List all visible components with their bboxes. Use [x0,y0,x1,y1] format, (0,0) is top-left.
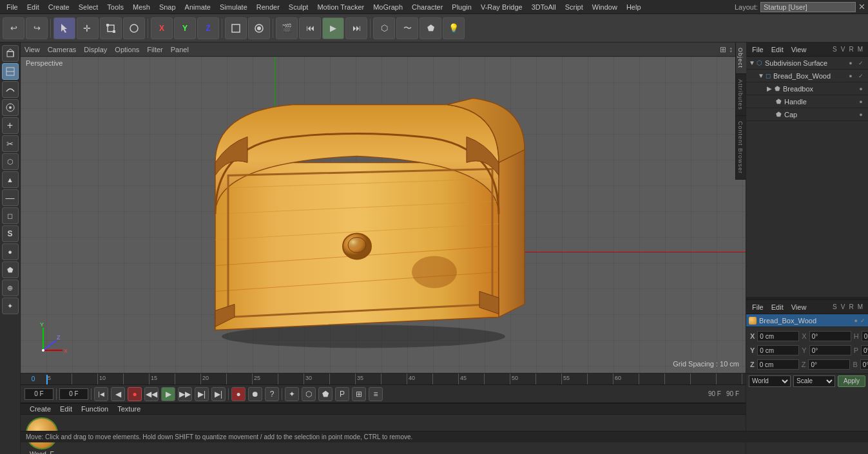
tool-s-button[interactable]: S [2,225,19,242]
rotate-tool-button[interactable] [123,17,145,39]
menu-tools[interactable]: Tools [103,2,128,12]
vp-menu-filter[interactable]: Filter [147,46,162,53]
h-input[interactable] [862,331,868,341]
menu-mograph[interactable]: MoGraph [369,2,407,12]
tool-model-button[interactable] [2,63,19,80]
viewport-canvas[interactable]: Perspective [21,57,746,373]
record-mode-button[interactable]: ● [231,387,246,401]
layout-close-icon[interactable]: ✕ [858,2,865,12]
redo-button[interactable]: ↪ [26,17,48,39]
play-forward-button[interactable]: ▶ [322,17,344,39]
play-play-button[interactable]: ▶ [161,387,175,401]
vp-menu-panel[interactable]: Panel [171,46,189,53]
vp-maximize-icon[interactable]: ⊞ [720,45,726,54]
menu-simulate[interactable]: Simulate [216,2,251,12]
menu-file[interactable]: File [3,2,22,12]
y-pos-input[interactable] [757,345,799,355]
dope-button[interactable]: ⊞ [352,387,366,401]
tool-smooth-button[interactable] [2,81,19,98]
undo-button[interactable]: ↩ [3,17,24,39]
tool-spline-button[interactable]: ◻ [2,207,19,224]
tree-check-breadbox[interactable]: ✓ [856,71,865,80]
tool-extrude-button[interactable]: ▲ [2,171,19,188]
menu-help[interactable]: Help [622,2,645,12]
tool-paint-button[interactable] [2,99,19,116]
deformer-button[interactable]: ⬟ [420,17,441,39]
obj-menu-view[interactable]: View [788,44,810,55]
x-axis-button[interactable]: X [151,17,173,39]
play-start-button[interactable]: |◀ [94,387,108,401]
layout-dropdown[interactable] [760,2,856,12]
mat-menu-texture[interactable]: Texture [113,404,144,414]
select-tool-button[interactable] [53,17,75,39]
tool-line-button[interactable]: — [2,189,19,206]
material-row-wood[interactable]: Bread_Box_Wood ● ✓ [746,314,868,327]
tool-sphere-button[interactable]: ● [2,243,19,260]
menu-mesh[interactable]: Mesh [129,2,154,12]
vp-menu-view[interactable]: View [24,46,40,53]
tree-vis-subdivision[interactable]: ● [846,59,855,68]
tree-vis-cap[interactable]: ● [856,110,865,119]
menu-window[interactable]: Window [588,2,621,12]
light-button[interactable]: 💡 [443,17,465,39]
menu-select[interactable]: Select [75,2,102,12]
menu-motion-tracker[interactable]: Motion Tracker [313,2,368,12]
menu-animate[interactable]: Animate [181,2,215,12]
menu-character[interactable]: Character [408,2,447,12]
playback-button[interactable]: 🎬 [276,17,298,39]
attr-menu-view[interactable]: View [788,302,810,312]
tree-row-cap[interactable]: ⬟ Cap ● [746,108,868,121]
timeline-ruler[interactable]: 0 5 10 15 20 25 30 35 40 45 50 [21,373,746,384]
tool-display-button[interactable] [2,45,19,62]
z-pos-input[interactable] [757,359,799,370]
mat-menu-edit[interactable]: Edit [56,404,76,414]
vp-camera-icon[interactable]: ↕ [729,45,733,54]
play-next-button[interactable]: ▶| [195,387,209,401]
y-axis-button[interactable]: Y [174,17,196,39]
spline-button[interactable]: 〜 [396,17,418,39]
tree-vis-handle[interactable]: ● [856,97,865,106]
vp-menu-options[interactable]: Options [115,46,139,53]
timeline-view-button[interactable]: P [335,387,349,401]
play-end-button[interactable]: ▶| [211,387,226,401]
attr-menu-file[interactable]: File [749,302,767,312]
tool-add-button[interactable]: + [2,117,19,134]
motion-button[interactable]: ? [265,387,279,401]
menu-vray-bridge[interactable]: V-Ray Bridge [477,2,526,12]
x-rot-input[interactable] [809,331,851,341]
play-backward-button[interactable]: ◀◀ [144,387,159,401]
keyframe-add-button[interactable]: ✦ [285,387,299,401]
vp-menu-display[interactable]: Display [84,46,107,53]
obj-menu-edit[interactable]: Edit [768,44,787,55]
tab-object[interactable]: Object [736,43,746,74]
y-rot-input[interactable] [809,345,851,355]
tool-knife-button[interactable]: ✂ [2,135,19,152]
move-tool-button[interactable]: ✛ [77,17,99,39]
scale-tool-button[interactable] [100,17,122,39]
list-view-button[interactable]: ≡ [369,387,383,401]
b-input[interactable] [860,359,868,370]
object-mode-button[interactable] [225,17,247,39]
menu-3dto-all[interactable]: 3DToAll [528,2,560,12]
keyframe-filter-button[interactable]: ⬟ [318,387,333,401]
apply-button[interactable]: Apply [838,375,865,387]
menu-create[interactable]: Create [44,2,73,12]
menu-render[interactable]: Render [253,2,284,12]
mat-menu-function[interactable]: Function [77,404,112,414]
menu-snap[interactable]: Snap [155,2,180,12]
frame-back-button[interactable]: ⏮ [299,17,321,39]
tree-vis-breadbox-mesh[interactable]: ● [856,84,865,93]
tree-row-breadbox-wood[interactable]: ▼ ◻ Bread_Box_Wood ● ✓ [746,70,868,82]
attr-menu-edit[interactable]: Edit [768,302,787,312]
keyframe-remove-button[interactable]: ⬡ [302,387,316,401]
tree-row-handle[interactable]: ⬟ Handle ● [746,95,868,108]
play-prev-button[interactable]: ◀ [111,387,125,401]
mat-menu-create[interactable]: Create [26,404,55,414]
tree-row-breadbox[interactable]: ▶ ⬟ Breadbox ● [746,82,868,95]
menu-sculpt[interactable]: Sculpt [285,2,313,12]
scale-mode-select[interactable]: Scale Move Rotate [793,375,835,387]
render-button[interactable] [248,17,270,39]
menu-plugin[interactable]: Plugin [448,2,476,12]
world-mode-select[interactable]: World Local Object [749,375,791,387]
timeline-ticks[interactable]: 5 10 15 20 25 30 35 40 45 50 55 60 [46,374,746,384]
